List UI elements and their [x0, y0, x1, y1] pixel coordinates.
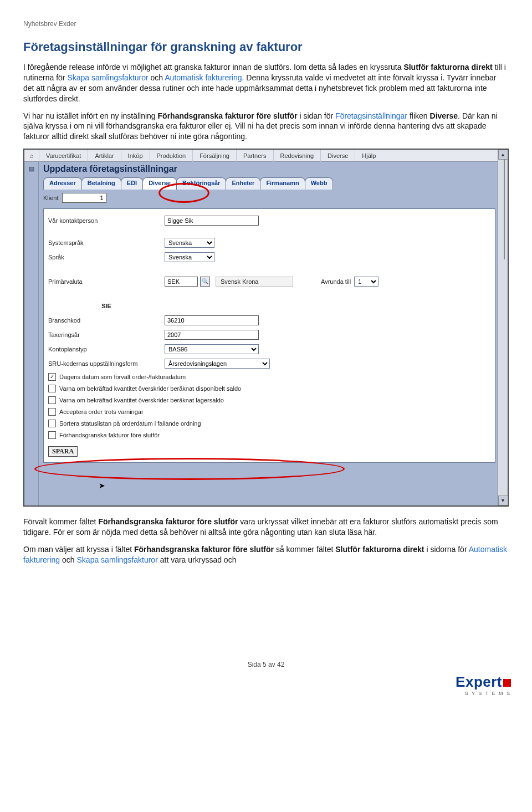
tax-input[interactable] — [165, 330, 259, 340]
checkbox-6-label: Förhandsgranska fakturor före slutför — [59, 432, 160, 438]
avrunda-select[interactable]: 1 — [354, 277, 378, 287]
sru-label: SRU-kodernas uppställningsform — [48, 360, 165, 367]
save-button[interactable]: SPARA — [48, 446, 78, 457]
paragraph-2: Vi har nu istället infört en ny inställn… — [23, 111, 509, 142]
klient-label: Klient — [43, 195, 59, 201]
tab-webb[interactable]: Webb — [305, 177, 334, 190]
scroll-down-icon[interactable]: ▼ — [498, 496, 508, 505]
checkbox-2[interactable] — [48, 385, 56, 392]
lang-select[interactable]: Svenska — [165, 252, 214, 262]
scroll-thumb[interactable] — [504, 160, 505, 259]
menu-inkop[interactable]: Inköp — [121, 150, 150, 162]
sru-select[interactable]: Årsredovisningslagen — [165, 359, 270, 369]
checkbox-5-label: Sortera statuslistan på orderdatum i fal… — [59, 420, 201, 427]
menu-partners[interactable]: Partners — [236, 150, 273, 162]
checkbox-4-label: Acceptera order trots varningar — [59, 408, 144, 415]
menu-produktion[interactable]: Produktion — [150, 150, 193, 162]
checkbox-5[interactable] — [48, 420, 56, 427]
menubar: ⌂ Varucertifikat Artiklar Inköp Produkti… — [24, 150, 508, 162]
app-window: ⌂ Varucertifikat Artiklar Inköp Produkti… — [23, 149, 509, 507]
form-panel: Vår kontaktperson Systemspråk Svenska Sp… — [43, 208, 495, 463]
tab-firmanamn[interactable]: Firmanamn — [260, 177, 305, 190]
checkbox-6[interactable] — [48, 431, 56, 439]
page-header: Nyhetsbrev Exder — [23, 20, 509, 28]
menu-hjalp[interactable]: Hjälp — [355, 150, 382, 162]
klient-input[interactable] — [62, 193, 106, 203]
syslang-select[interactable]: Svenska — [165, 238, 214, 248]
avrunda-label: Avrunda till — [321, 278, 351, 285]
menu-forsaljning[interactable]: Försäljning — [192, 150, 236, 162]
checkbox-3-label: Varna om bekräftad kvantitet överskrider… — [59, 397, 224, 404]
tab-adresser[interactable]: Adresser — [43, 177, 82, 190]
left-sidebar: ▤ — [24, 162, 39, 505]
checkbox-1-label: Dagens datum som förvalt order-/fakturad… — [59, 374, 186, 380]
section-title: Företagsinställningar för granskning av … — [23, 40, 509, 54]
menu-diverse[interactable]: Diverse — [320, 150, 355, 162]
checkbox-4[interactable] — [48, 408, 56, 416]
sidebar-icon[interactable]: ▤ — [24, 165, 38, 172]
checkbox-3[interactable] — [48, 396, 56, 404]
lang-label: Språk — [48, 254, 165, 261]
checkbox-1[interactable]: ✓ — [48, 373, 56, 381]
branschkod-input[interactable] — [165, 315, 259, 325]
paragraph-3: Förvalt kommer fältet Förhandsgranska fa… — [23, 517, 509, 538]
lookup-icon[interactable]: 🔍 — [200, 277, 210, 287]
home-icon[interactable]: ⌂ — [24, 150, 39, 162]
primcur-label: Primärvaluta — [48, 278, 165, 285]
branschkod-label: Branschkod — [48, 317, 165, 324]
cursor-icon: ➤ — [99, 481, 105, 490]
tab-enheter[interactable]: Enheter — [226, 177, 260, 190]
tab-edi[interactable]: EDI — [121, 177, 143, 190]
contact-label: Vår kontaktperson — [48, 217, 165, 224]
scroll-up-icon[interactable]: ▲ — [498, 150, 508, 160]
tab-betalning[interactable]: Betalning — [81, 177, 121, 190]
page-footer: Sida 5 av 42 — [23, 661, 509, 668]
sie-header: SIE — [48, 303, 165, 309]
paragraph-4: Om man väljer att kryssa i fältet Förhan… — [23, 544, 509, 565]
tab-bokforingsar[interactable]: Bokföringsår — [176, 177, 226, 190]
checkbox-2-label: Varna om bekräftad kvantitet överskrider… — [59, 385, 241, 392]
page-title: Uppdatera företagsinställningar — [39, 162, 508, 177]
menu-varucertifikat[interactable]: Varucertifikat — [39, 150, 88, 162]
logo: Expert S Y S T E M S — [456, 673, 511, 696]
menu-redovisning[interactable]: Redovisning — [273, 150, 321, 162]
kontoplan-label: Kontoplanstyp — [48, 346, 165, 353]
kontoplan-select[interactable]: BAS96 — [165, 344, 259, 354]
tax-label: Taxeringsår — [48, 331, 165, 338]
contact-input[interactable] — [165, 216, 259, 226]
syslang-label: Systemspråk — [48, 239, 165, 246]
scrollbar[interactable]: ▲ ▼ — [498, 150, 508, 505]
primcur-input[interactable] — [165, 277, 198, 287]
tab-diverse[interactable]: Diverse — [142, 177, 177, 190]
primcur-name: Svensk Krona — [216, 277, 293, 287]
menu-artiklar[interactable]: Artiklar — [88, 150, 120, 162]
tab-row: Adresser Betalning EDI Diverse Bokföring… — [39, 177, 508, 190]
paragraph-1: I föregående release införde vi möjlighe… — [23, 62, 509, 104]
